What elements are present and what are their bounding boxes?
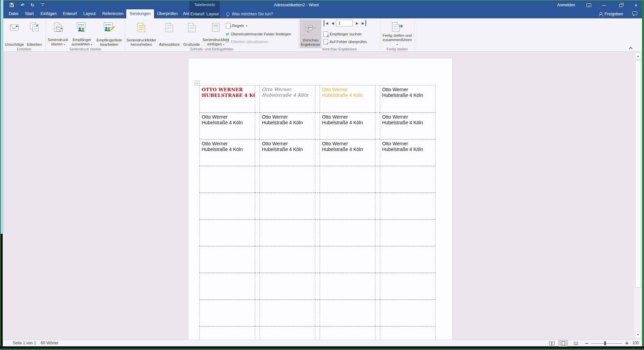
auf-fehler-ueberpruefen-button[interactable]: ✓ Auf Fehler überprüfen [323, 38, 367, 45]
web-layout-button[interactable] [571, 340, 581, 347]
label-cell[interactable] [320, 300, 375, 326]
last-record-button[interactable]: ▶ [361, 20, 366, 26]
label-cell[interactable]: Otto WernerHubelstraße 4 Köln [260, 85, 315, 113]
label-cell[interactable] [260, 326, 315, 340]
vertical-scrollbar[interactable]: ▲ ▲ [633, 52, 642, 340]
redo-button[interactable]: ↻ [29, 1, 36, 9]
label-cell[interactable] [380, 166, 436, 193]
document-area[interactable]: + OTTO WERNERHUBELSTRAßE 4 KÖLNOtto Wern… [3, 52, 633, 340]
tell-me-box[interactable]: Was möchten Sie tun? [226, 9, 273, 18]
label-cell[interactable]: Otto WernerHubelstraße 4 Köln [320, 139, 375, 166]
read-mode-button[interactable] [547, 340, 556, 347]
label-cell[interactable] [199, 246, 255, 273]
label-cell[interactable]: OTTO WERNERHUBELSTRAßE 4 KÖLN [199, 85, 255, 113]
label-cell[interactable] [320, 193, 375, 219]
grusszeile-button[interactable]: Grußzeile [182, 19, 201, 48]
collapse-ribbon-icon[interactable] [629, 47, 632, 50]
label-cell[interactable] [380, 300, 436, 326]
zoom-slider-track[interactable] [591, 343, 622, 344]
zoom-out-button[interactable] [584, 340, 591, 347]
label-cell[interactable] [199, 193, 255, 219]
regeln-button[interactable]: ? Regeln ▾ [226, 22, 247, 29]
tab-einfuegen[interactable]: Einfügen [38, 9, 59, 18]
tab-referenzen[interactable]: Referenzen [100, 9, 126, 18]
zoom-slider-thumb[interactable] [604, 341, 606, 345]
label-cell[interactable] [260, 219, 315, 246]
label-cell[interactable] [260, 273, 315, 300]
label-cell[interactable]: Otto WernerHubelstraße 4 Köln [380, 139, 436, 166]
label-cell[interactable] [380, 246, 436, 273]
first-record-button[interactable]: ◀ [324, 20, 329, 26]
label-cell[interactable]: Otto WernerHubelstraße 4 Köln [380, 85, 436, 113]
tab-layout[interactable]: Layout [80, 9, 99, 18]
save-button[interactable] [8, 1, 15, 9]
label-cell[interactable] [260, 300, 315, 326]
customize-quick-access-button[interactable]: ▾ [39, 1, 46, 9]
fertig-stellen-button[interactable]: ➔ Fertig stellen und zusammenführen ▾ [381, 19, 413, 48]
seriendruckfelder-hervorheben-button[interactable]: Seriendruckfelder hervorheben [126, 19, 156, 48]
label-cell[interactable] [320, 273, 375, 300]
adressblock-button[interactable]: Adressblock [157, 19, 182, 48]
next-record-button[interactable]: ▶ [355, 20, 359, 26]
label-cell[interactable]: Otto WernerHubelstraße 4 Köln [199, 139, 255, 166]
tab-ueberpruefen[interactable]: Überprüfen [154, 9, 180, 18]
close-button[interactable]: × [631, 1, 641, 9]
signin-link[interactable]: Anmelden [551, 1, 581, 9]
uebereinstimmende-felder-button[interactable]: ⇄ Übereinstimmende Felder festlegen [226, 31, 291, 37]
previous-record-button[interactable]: ◀ [330, 20, 335, 26]
label-cell[interactable] [199, 219, 255, 246]
tab-start[interactable]: Start [21, 9, 37, 18]
label-cell[interactable] [380, 273, 436, 300]
tab-sendungen[interactable]: Sendungen [126, 9, 154, 18]
seriendruck-starten-button[interactable]: Seriendruck starten ▾ [47, 19, 69, 48]
dropdown-icon: ▾ [246, 24, 247, 27]
undo-button[interactable]: ↶▾ [18, 1, 26, 9]
word-count[interactable]: 60 Wörter [41, 340, 58, 347]
label-cell[interactable]: Otto WernerHubelstraße 4 Köln [260, 113, 315, 139]
tab-tabletools-entwurf[interactable]: Entwurf [190, 12, 204, 16]
record-number-input[interactable]: 1 [336, 20, 353, 26]
label-cell[interactable] [320, 326, 375, 340]
label-cell[interactable] [260, 193, 315, 219]
restore-button[interactable] [615, 1, 626, 9]
vorschau-ergebnisse-toggle[interactable]: « ABC » Vorschau Ergebnisse [300, 19, 321, 48]
minimize-button[interactable]: — [599, 1, 609, 9]
label-cell[interactable] [380, 219, 436, 246]
share-button[interactable]: Freigeben [599, 9, 623, 18]
tab-datei[interactable]: Datei [6, 9, 21, 18]
label-cell[interactable]: Otto WernerHubelstraße 4 Köln [320, 113, 375, 139]
label-cell[interactable] [260, 166, 315, 193]
empfaengerliste-bearbeiten-button[interactable]: Empfängerliste bearbeiten [95, 19, 124, 48]
print-layout-button[interactable] [558, 340, 568, 347]
zoom-level[interactable]: 100 % [632, 340, 642, 347]
label-cell[interactable]: Otto WernerHubelstraße 4 Köln [199, 113, 255, 139]
scrollbar-thumb[interactable] [635, 60, 641, 288]
empfaenger-auswaehlen-button[interactable]: Empfänger auswählen ▾ [70, 19, 94, 48]
tab-tabletools-layout[interactable]: Layout [206, 12, 219, 16]
label-cell[interactable]: Otto WernerHubelstraße 4 Köln [380, 113, 436, 139]
scroll-up-button[interactable]: ▲ [635, 53, 641, 59]
ribbon-display-options-button[interactable]: ▾ [584, 1, 594, 9]
etiketten-button[interactable]: Etiketten [25, 19, 44, 48]
label-cell[interactable] [320, 219, 375, 246]
comments-icon[interactable] [632, 11, 637, 15]
label-cell[interactable] [380, 326, 436, 340]
tab-entwurf[interactable]: Entwurf [59, 9, 80, 18]
zoom-in-button[interactable] [624, 340, 631, 347]
label-cell[interactable] [199, 273, 255, 300]
scroll-down-button[interactable]: ▲ [635, 332, 641, 338]
label-cell[interactable]: Otto WernerHubelstraße 4 Köln [260, 139, 315, 166]
umschlaege-button[interactable]: Umschläge [4, 19, 25, 48]
table-move-handle[interactable]: + [195, 81, 199, 85]
label-cell[interactable] [199, 166, 255, 193]
label-cell[interactable] [320, 246, 375, 273]
label-cell[interactable] [380, 193, 436, 219]
label-cell[interactable] [199, 300, 255, 326]
label-cell[interactable] [199, 326, 255, 340]
label-cell[interactable] [260, 246, 315, 273]
undo-dropdown-icon[interactable]: ▾ [22, 4, 24, 6]
label-cell[interactable] [320, 166, 375, 193]
empfaenger-suchen-button[interactable]: Empfänger suchen [323, 31, 362, 37]
label-cell[interactable]: Otto WernerHubelstraße 4 Köln [320, 85, 375, 113]
page-indicator[interactable]: Seite 1 von 1 [13, 340, 36, 347]
